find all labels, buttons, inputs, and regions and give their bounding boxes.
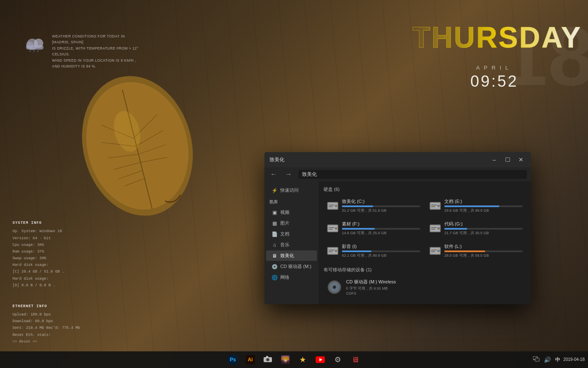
taskbar-app-camera[interactable] bbox=[259, 351, 276, 368]
drive-item-l[interactable]: 软件 (L:) 28.0 GB 可用，共 58.5 GB bbox=[426, 241, 526, 261]
photo-icon: 🌄 bbox=[281, 355, 290, 364]
sidebar-label-music: 音乐 bbox=[280, 242, 289, 248]
taskbar-app-star[interactable]: ★ bbox=[294, 351, 311, 368]
monitor-taskbar-icon: 🖥 bbox=[351, 355, 359, 364]
sidebar-label-quick-access: 快速访问 bbox=[280, 187, 299, 193]
system-info-hdd-d-val: [D] 0.0 B / 0.0 B . bbox=[12, 282, 64, 289]
doc-icon: 📄 bbox=[271, 231, 278, 237]
removable-section: 有可移动存储的设备 (1) CD 驱动器 (M:) Wireless bbox=[324, 267, 526, 298]
sidebar-label-images: 图片 bbox=[280, 220, 289, 226]
svg-point-28 bbox=[437, 205, 440, 207]
drive-bar-l bbox=[444, 250, 485, 252]
network-icon: 🌐 bbox=[271, 275, 278, 280]
quick-access-icon: ⚡ bbox=[271, 188, 278, 193]
drive-bar-container-c bbox=[342, 205, 420, 207]
svg-rect-39 bbox=[431, 227, 437, 228]
system-info-widget: SYSTEM INFO Op. System: Windows 10 Versi… bbox=[12, 220, 64, 289]
drive-item-c[interactable]: 致美化 (C:) 31.2 GB 可用，共 51.6 GB bbox=[324, 196, 424, 216]
explorer-body: ⚡ 快速访问 凯库 ▣ 视频 ▦ 图片 📄 文档 ♫ 音乐 🖥 致美 bbox=[264, 181, 531, 304]
system-info-title: SYSTEM INFO bbox=[12, 220, 64, 226]
taskbar-center: Ps Ai 🌄 ★ bbox=[224, 351, 364, 368]
window-tray-icon[interactable] bbox=[532, 355, 541, 364]
drive-bar-container-f bbox=[342, 228, 420, 230]
svg-point-43 bbox=[335, 250, 337, 252]
system-info-hdd-c-val: [C] 20.4 GB / 51.6 GB . bbox=[12, 268, 64, 275]
svg-rect-44 bbox=[329, 250, 334, 250]
explorer-sidebar: ⚡ 快速访问 凯库 ▣ 视频 ▦ 图片 📄 文档 ♫ 音乐 🖥 致美 bbox=[264, 181, 319, 304]
svg-rect-63 bbox=[535, 358, 539, 361]
sidebar-label-beauty: 致美化 bbox=[280, 253, 294, 259]
minimize-button[interactable]: – bbox=[489, 155, 499, 165]
sidebar-item-music[interactable]: ♫ 音乐 bbox=[266, 240, 317, 250]
music-icon: ♫ bbox=[271, 242, 278, 248]
drive-item-i[interactable]: 影音 (I) 62.1 GB 可用，共 99.9 GB bbox=[324, 241, 424, 261]
svg-point-54 bbox=[334, 286, 335, 288]
drive-item-f[interactable]: 素材 (F:) 14.6 GB 可用，共 25.0 GB bbox=[324, 218, 424, 238]
clock-widget: THURSDAY THURSDAY 18 APRIL 09:52 bbox=[407, 23, 582, 90]
taskbar-app-settings[interactable]: ⚙ bbox=[329, 351, 346, 368]
sidebar-item-network[interactable]: 🌐 网络 bbox=[266, 272, 317, 283]
leaf-decoration bbox=[58, 63, 217, 221]
ai-icon: Ai bbox=[246, 355, 255, 364]
cd-drive-sub1: 0 字节 可用，共 6.91 MB bbox=[346, 286, 396, 291]
forward-button[interactable]: → bbox=[284, 170, 294, 179]
svg-point-58 bbox=[267, 359, 269, 361]
taskbar-app-ps[interactable]: Ps bbox=[224, 351, 241, 368]
sidebar-item-quick-access[interactable]: ⚡ 快速访问 bbox=[266, 185, 317, 195]
sidebar-item-beauty[interactable]: 🖥 致美化 bbox=[266, 250, 317, 261]
taskbar-datetime[interactable]: 2019-04-18 bbox=[563, 357, 585, 363]
drive-item-g[interactable]: 代码 (G:) 21.7 GB 可用，共 30.5 GB bbox=[426, 218, 526, 238]
volume-icon[interactable]: 🔊 bbox=[543, 355, 552, 364]
close-button[interactable]: ✕ bbox=[516, 155, 526, 165]
address-bar[interactable]: 致美化 bbox=[299, 170, 527, 179]
weather-text: WEATHER CONDITIONS FOR TODAY IN [MADRID,… bbox=[52, 33, 140, 70]
sidebar-item-video[interactable]: ▣ 视频 bbox=[266, 207, 317, 218]
drive-size-i: 62.1 GB 可用，共 99.9 GB bbox=[342, 253, 420, 258]
svg-rect-34 bbox=[329, 227, 334, 228]
system-info-version: Version: 64 - bit bbox=[12, 235, 64, 242]
svg-rect-50 bbox=[431, 251, 435, 252]
ethernet-reset-label: Reset Eth. stats: bbox=[12, 332, 80, 338]
drive-bar-f bbox=[342, 228, 375, 230]
taskbar-app-monitor[interactable]: 🖥 bbox=[347, 351, 364, 368]
explorer-title: 致美化 bbox=[269, 156, 284, 163]
ime-icon[interactable]: 中 bbox=[554, 355, 561, 364]
drive-icon-f bbox=[327, 223, 339, 234]
system-info-swap: Swap usage: 39% bbox=[12, 255, 64, 262]
svg-point-33 bbox=[335, 227, 337, 230]
drive-name-f: 素材 (F:) bbox=[342, 221, 420, 227]
explorer-titlebar: 致美化 – ☐ ✕ bbox=[264, 152, 531, 167]
drive-bar-container-g bbox=[444, 228, 523, 230]
maximize-button[interactable]: ☐ bbox=[503, 155, 513, 165]
explorer-main-content: 硬盘 (6) 致美化 (C:) bbox=[319, 181, 531, 304]
drive-icon-g bbox=[429, 223, 441, 234]
taskbar-app-youtube[interactable] bbox=[312, 351, 329, 368]
taskbar-app-ai[interactable]: Ai bbox=[242, 351, 259, 368]
drive-name-i: 影音 (I) bbox=[342, 243, 420, 250]
ethernet-reset-btn[interactable]: >> Reset << bbox=[12, 338, 80, 345]
drive-icon-l bbox=[429, 245, 441, 257]
svg-line-19 bbox=[33, 50, 35, 52]
sidebar-item-docs[interactable]: 📄 文档 bbox=[266, 229, 317, 239]
svg-rect-30 bbox=[431, 206, 435, 207]
system-info-cpu: Cpu usage: 38% bbox=[12, 242, 64, 248]
image-icon: ▦ bbox=[271, 220, 278, 226]
cd-drive-item[interactable]: CD 驱动器 (M:) Wireless 0 字节 可用，共 6.91 MB C… bbox=[324, 276, 526, 298]
sidebar-label-docs: 文档 bbox=[280, 231, 289, 237]
svg-rect-59 bbox=[266, 356, 268, 358]
sidebar-section-library: 凯库 bbox=[264, 196, 319, 207]
ethernet-info-title: ETHERNET INFO bbox=[12, 303, 80, 310]
drive-size-e: 29.6 GB 可用，共 99.9 GB bbox=[444, 208, 523, 213]
drive-bar-container-l bbox=[444, 250, 523, 252]
drive-item-e[interactable]: 文档 (E:) 29.6 GB 可用，共 99.9 GB bbox=[426, 196, 526, 216]
drive-icon-c bbox=[327, 200, 339, 212]
taskbar-right: 🔊 中 2019-04-18 bbox=[532, 355, 588, 364]
drive-info-g: 代码 (G:) 21.7 GB 可用，共 30.5 GB bbox=[444, 221, 523, 236]
back-button[interactable]: ← bbox=[269, 170, 279, 179]
sidebar-item-images[interactable]: ▦ 图片 bbox=[266, 218, 317, 228]
ps-icon: Ps bbox=[228, 355, 237, 364]
taskbar-app-photo[interactable]: 🌄 bbox=[277, 351, 294, 368]
drive-bar-container-i bbox=[342, 250, 420, 252]
titlebar-controls: – ☐ ✕ bbox=[489, 155, 526, 165]
sidebar-item-cd-drive[interactable]: 💿 CD 驱动器 (M:) bbox=[266, 261, 317, 272]
